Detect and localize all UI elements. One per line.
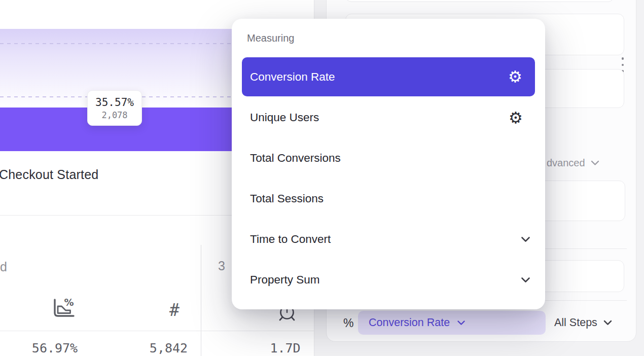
chevron-down-icon (603, 320, 612, 326)
tooltip-count: 2,078 (101, 110, 127, 120)
menu-item-label: Property Sum (250, 273, 320, 287)
gear-icon[interactable]: ⚙ (509, 110, 523, 126)
table-row-divider (0, 331, 314, 331)
tooltip-rate: 35.57% (95, 96, 134, 109)
table-cell-conversion: 56.97% (24, 341, 85, 355)
funnel-step-label: Checkout Started (0, 167, 98, 182)
chevron-down-icon (591, 160, 599, 166)
measuring-dropdown: Measuring Conversion Rate⚙Unique Users⚙T… (232, 19, 545, 309)
chevron-down-icon (457, 321, 465, 326)
conversion-rate-icon: % (51, 297, 77, 321)
svg-text:%: % (64, 297, 74, 308)
menu-item-label: Total Sessions (250, 192, 324, 205)
table-header-partial: d (0, 260, 7, 274)
table-header-step-number: 3 (218, 259, 225, 273)
advanced-toggle[interactable]: dvanced (547, 157, 599, 169)
menu-item-total-conversions[interactable]: Total Conversions (232, 138, 545, 179)
menu-item-label: Total Conversions (250, 152, 341, 165)
menu-item-label: Time to Convert (250, 233, 331, 246)
table-cell-count: 5,842 (145, 341, 193, 355)
measuring-label: Measuring (247, 32, 294, 44)
builder-row-card (345, 0, 614, 2)
menu-item-property-sum[interactable]: Property Sum (232, 260, 545, 300)
measurement-pill-label: Conversion Rate (369, 316, 450, 329)
chevron-down-icon (521, 277, 530, 283)
advanced-label: dvanced (547, 157, 585, 169)
table-cell-time: 1.7D (264, 341, 307, 355)
percent-prefix: % (343, 316, 353, 330)
menu-item-time-to-convert[interactable]: Time to Convert (232, 219, 545, 260)
measurement-pill[interactable]: Conversion Rate (358, 311, 546, 335)
all-steps-label: All Steps (554, 316, 597, 329)
chevron-down-icon (521, 236, 530, 242)
all-steps-dropdown[interactable]: All Steps (554, 311, 612, 335)
hash-icon: # (169, 300, 180, 320)
menu-item-conversion-rate[interactable]: Conversion Rate⚙ (242, 57, 535, 96)
menu-item-label: Conversion Rate (250, 70, 335, 84)
menu-item-unique-users[interactable]: Unique Users⚙ (232, 97, 545, 138)
funnel-tooltip: 35.57% 2,078 (87, 90, 142, 126)
table-column-divider (201, 245, 201, 356)
menu-item-total-sessions[interactable]: Total Sessions (232, 179, 545, 219)
menu-item-label: Unique Users (250, 111, 319, 124)
gear-icon[interactable]: ⚙ (508, 69, 522, 85)
